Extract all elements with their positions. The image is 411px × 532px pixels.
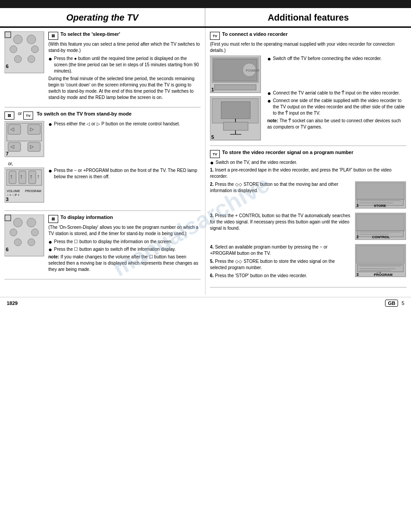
- svg-text:◁: ◁: [10, 144, 14, 149]
- step-num-3: 3.: [210, 213, 214, 218]
- sleep-timer-content: 6 ⊠ To select the 'sleep-timer' (With th…: [4, 31, 201, 101]
- step-2-image: 2 STORE: [355, 181, 407, 210]
- display-info-subtitle: (The 'On-Screen-Display' allows you to s…: [48, 224, 201, 237]
- header-row: Operating the TV Additional features: [0, 8, 411, 28]
- step-num-4: 4.: [210, 245, 214, 249]
- step-3-row: 3. Press the + CONTROL button so that th…: [210, 213, 407, 241]
- display-info-image-col: 6: [4, 215, 45, 258]
- bullet-dot: ●: [48, 56, 52, 62]
- remote-control-image-2: 6: [4, 215, 45, 257]
- svg-text:3: 3: [356, 272, 359, 277]
- svg-point-5: [14, 56, 21, 63]
- svg-text:↑: ↑: [37, 173, 40, 180]
- vcr-bullet-text-3: Connect one side of the cable supplied w…: [273, 98, 407, 116]
- note-label: note:: [267, 118, 279, 123]
- page-wrapper: manualsarchive Operating the TV Addition…: [0, 0, 411, 532]
- step-3-text: 3. Press the + CONTROL button so that th…: [210, 213, 352, 232]
- step-4-text: 4. Select an available program number by…: [210, 244, 352, 257]
- right-column: TV To connect a video recorder (First yo…: [206, 28, 411, 295]
- vcr-note-text: The T̄ socket can also be used to connec…: [267, 118, 401, 129]
- sleep-timer-subtitle: (With this feature you can select a time…: [48, 41, 201, 54]
- vcr-bullet-1: ● Switch off the TV before connecting th…: [267, 56, 407, 62]
- svg-text:▷: ▷: [30, 126, 34, 132]
- store-signal-bullet-1: ● Switch on the TV, and the video record…: [210, 159, 407, 166]
- display-info-text: ⊠ To display information (The 'On-Screen…: [48, 215, 201, 273]
- step-2-row: 2. Press the ◇◇ STORE button so that the…: [210, 181, 407, 210]
- step-2-desc: Press the ◇◇ STORE button so that the mo…: [210, 182, 338, 193]
- sleep-timer-text: ⊠ To select the 'sleep-timer' (With this…: [48, 31, 201, 101]
- step-3-desc: Press the + CONTROL button so that the T…: [210, 213, 350, 231]
- svg-text:2: 2: [356, 235, 359, 239]
- store-signal-title: To store the video recorder signal on a …: [222, 150, 353, 155]
- display-info-bullet-text-2: Press the ☐ button again to switch off t…: [54, 246, 176, 253]
- svg-text:PROGRAM: PROGRAM: [374, 273, 393, 277]
- bullet-dot: ●: [48, 246, 52, 253]
- standby-icon-1: ⊠: [4, 112, 14, 120]
- display-info-section: 6 ⊠ To display information (The 'On-Scre…: [4, 215, 201, 279]
- or-separator: or,: [8, 161, 201, 166]
- svg-text:2: 2: [356, 203, 359, 208]
- step-6-text: 6. Press the 'STOP' button on the video …: [210, 273, 352, 279]
- step-num-6: 6.: [210, 273, 214, 278]
- bullet-dot: ●: [210, 159, 214, 166]
- svg-rect-48: [214, 85, 256, 90]
- step-num-1: 1.: [210, 167, 214, 172]
- sleep-timer-bullet-text: Press the ● button until the required ti…: [54, 56, 201, 74]
- svg-rect-58: [356, 183, 404, 200]
- svg-point-3: [10, 46, 17, 53]
- step-6-desc: Press the 'STOP' button on the video rec…: [215, 273, 307, 278]
- svg-point-39: [14, 239, 21, 246]
- footer-right-group: GB 5: [385, 300, 404, 307]
- video-recorder-icon: TV: [210, 32, 220, 40]
- standby-bullet-1: ● Press either the ◁ or ▷ P button on th…: [48, 121, 201, 127]
- video-recorder-header: TV To connect a video recorder: [210, 31, 407, 40]
- step-2-text: 2. Press the ◇◇ STORE button so that the…: [210, 181, 352, 194]
- svg-text:3: 3: [6, 197, 9, 202]
- remote-nav-image: P ◁ ▷ ◁ ▷ 7: [4, 121, 45, 158]
- bullet-dot: ●: [267, 90, 271, 96]
- svg-text:STORE: STORE: [374, 204, 386, 208]
- sleep-timer-header: ⊠ To select the 'sleep-timer': [48, 31, 201, 40]
- display-info-content: 6 ⊠ To display information (The 'On-Scre…: [4, 215, 201, 273]
- sleep-timer-bullet-1: ● Press the ● button until the required …: [48, 56, 201, 74]
- standby-icon-2: TV: [23, 112, 33, 120]
- standby-title: To switch on the TV from stand-by mode: [35, 111, 132, 116]
- sleep-timer-section: 6 ⊠ To select the 'sleep-timer' (With th…: [4, 31, 201, 107]
- svg-text:↑: ↑: [30, 173, 33, 180]
- standby-bullet-text-2: Press the − or +PROGRAM button on the fr…: [54, 167, 201, 180]
- step-num-2: 2.: [210, 182, 214, 187]
- vcr-control-image: 2 CONTROL: [355, 213, 407, 240]
- svg-text:POWER: POWER: [246, 69, 259, 73]
- note-label: note:: [48, 254, 60, 259]
- display-info-note-text: If you make changes to the volume after …: [48, 254, 198, 272]
- svg-text:▷: ▷: [30, 144, 34, 149]
- left-title: Operating the TV: [2, 13, 202, 23]
- video-recorder-text-col: ● Switch off the TV before connecting th…: [267, 56, 407, 142]
- standby-image-col-1: P ◁ ▷ ◁ ▷ 7: [4, 121, 45, 159]
- sleep-timer-image-col: 6: [4, 31, 45, 75]
- standby-image-col-2: ↑ ↑ ↑ ↑ VOLUME − + − P + PROGRAM 3: [4, 167, 45, 204]
- vcr-program-image: − + 3 PROGRAM: [355, 244, 407, 278]
- video-recorder-content: POWER 1: [210, 56, 407, 142]
- steps-456-row: 4. Select an available program number by…: [210, 244, 407, 281]
- vcr-bullet-3: ● Connect one side of the cable supplied…: [267, 98, 407, 116]
- step-5-text: 5. Press the ◇◇ STORE button to store th…: [210, 258, 352, 271]
- vcr-device-image-1: POWER 1: [210, 56, 261, 94]
- svg-text:7: 7: [6, 151, 9, 156]
- display-info-bullet-text-1: Press the ☐ button to display the inform…: [54, 239, 172, 245]
- vcr-bullet-2: ● Connect the TV aerial cable to the T̄ …: [267, 90, 407, 96]
- display-info-bullet-1: ● Press the ☐ button to display the info…: [48, 239, 201, 245]
- step-5-desc: Press the ◇◇ STORE button to store the v…: [210, 259, 335, 270]
- svg-point-4: [31, 46, 39, 53]
- svg-text:↑: ↑: [20, 173, 23, 180]
- store-signal-header: TV To store the video recorder signal on…: [210, 150, 407, 158]
- svg-point-40: [28, 239, 35, 246]
- vcr-bullet-text-2: Connect the TV aerial cable to the T̄ in…: [273, 90, 400, 96]
- vcr-connection-diagram: 5: [210, 96, 261, 141]
- bullet-dot: ●: [267, 98, 271, 104]
- vcr-note: note: The T̄ socket can also be used to …: [267, 118, 407, 130]
- svg-rect-72: [356, 245, 404, 263]
- step-num-5: 5.: [210, 259, 214, 264]
- display-info-bullet-2: ● Press the ☐ button again to switch off…: [48, 246, 201, 253]
- video-recorder-image-col: POWER 1: [210, 56, 264, 142]
